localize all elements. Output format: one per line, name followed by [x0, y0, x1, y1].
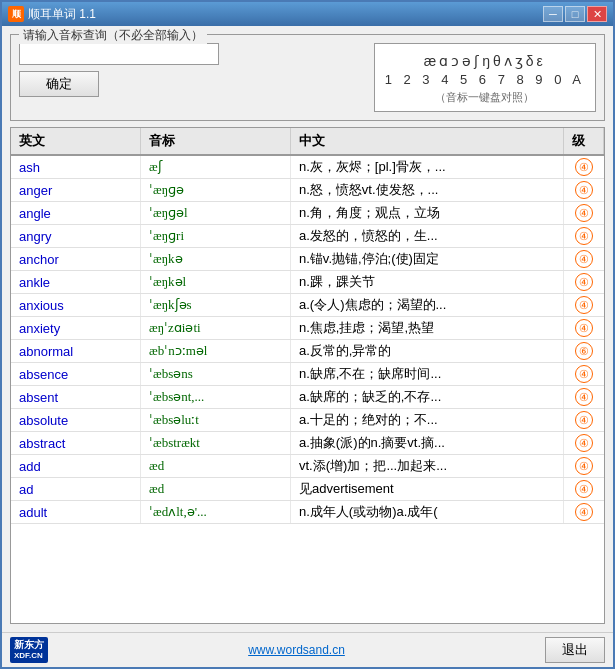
maximize-button[interactable]: □	[565, 6, 585, 22]
word-table: 英文 音标 中文 级 ashæʃn.灰，灰烬；[pl.]骨灰，...④anger…	[10, 127, 605, 624]
table-row[interactable]: abnormalæbˈnɔːməla.反常的,异常的⑥	[11, 340, 604, 363]
table-row[interactable]: angerˈæŋɡən.怒，愤怒vt.使发怒，...④	[11, 179, 604, 202]
header-level: 级	[564, 128, 604, 154]
table-row[interactable]: anchorˈæŋkən.锚v.抛锚,停泊;(使)固定④	[11, 248, 604, 271]
phonetic-row1: æɑɔəʃŋθʌʒδε	[385, 50, 585, 72]
cell-english: anchor	[11, 248, 141, 270]
cell-english: add	[11, 455, 141, 477]
table-row[interactable]: adæd见advertisement④	[11, 478, 604, 501]
cell-phonetic: ˈæŋɡri	[141, 225, 291, 247]
header-phonetic: 音标	[141, 128, 291, 154]
cell-english: anger	[11, 179, 141, 201]
cell-level: ④	[564, 179, 604, 201]
cell-level: ④	[564, 386, 604, 408]
cell-phonetic: æd	[141, 455, 291, 477]
cell-english: ash	[11, 156, 141, 178]
website-link[interactable]: www.wordsand.cn	[48, 643, 545, 657]
cell-level: ④	[564, 317, 604, 339]
table-row[interactable]: angleˈæŋɡəln.角，角度；观点，立场④	[11, 202, 604, 225]
table-row[interactable]: absentˈæbsənt,...a.缺席的；缺乏的,不存...④	[11, 386, 604, 409]
cell-english: absence	[11, 363, 141, 385]
cell-phonetic: ˈæbsəns	[141, 363, 291, 385]
table-row[interactable]: ashæʃn.灰，灰烬；[pl.]骨灰，...④	[11, 156, 604, 179]
exit-button[interactable]: 退出	[545, 637, 605, 663]
table-row[interactable]: ankleˈæŋkəln.踝，踝关节④	[11, 271, 604, 294]
cell-english: absent	[11, 386, 141, 408]
app-icon: 顺	[8, 6, 24, 22]
cell-chinese: n.锚v.抛锚,停泊;(使)固定	[291, 248, 564, 270]
cell-phonetic: ˈæbsənt,...	[141, 386, 291, 408]
table-row[interactable]: absoluteˈæbsəluːta.十足的；绝对的；不...④	[11, 409, 604, 432]
cell-english: adult	[11, 501, 141, 523]
cell-chinese: a.抽象(派)的n.摘要vt.摘...	[291, 432, 564, 454]
cell-chinese: n.灰，灰烬；[pl.]骨灰，...	[291, 156, 564, 178]
cell-chinese: n.踝，踝关节	[291, 271, 564, 293]
cell-phonetic: ˈæŋɡə	[141, 179, 291, 201]
cell-chinese: 见advertisement	[291, 478, 564, 500]
phonetic-row2: 1 2 3 4 5 6 7 8 9 0 A	[385, 72, 585, 87]
cell-chinese: n.焦虑,挂虑；渴望,热望	[291, 317, 564, 339]
cell-phonetic: æʃ	[141, 156, 291, 178]
cell-phonetic: æd	[141, 478, 291, 500]
cell-phonetic: ˈæbstrækt	[141, 432, 291, 454]
header-chinese: 中文	[291, 128, 564, 154]
search-group: 请输入音标查询（不必全部输入） 确定 æɑɔəʃŋθʌʒδε 1 2 3 4 5…	[10, 34, 605, 121]
cell-chinese: a.十足的；绝对的；不...	[291, 409, 564, 431]
table-row[interactable]: addædvt.添(增)加；把...加起来...④	[11, 455, 604, 478]
window-controls: ─ □ ✕	[543, 6, 607, 22]
confirm-button[interactable]: 确定	[19, 71, 99, 97]
table-body[interactable]: ashæʃn.灰，灰烬；[pl.]骨灰，...④angerˈæŋɡən.怒，愤怒…	[11, 156, 604, 623]
cell-chinese: n.成年人(或动物)a.成年(	[291, 501, 564, 523]
search-left: 确定	[19, 43, 366, 97]
table-row[interactable]: adultˈædʌlt,ə'...n.成年人(或动物)a.成年(④	[11, 501, 604, 524]
cell-english: ad	[11, 478, 141, 500]
cell-level: ④	[564, 271, 604, 293]
close-button[interactable]: ✕	[587, 6, 607, 22]
table-header: 英文 音标 中文 级	[11, 128, 604, 156]
cell-level: ④	[564, 455, 604, 477]
search-input[interactable]	[19, 43, 219, 65]
cell-english: abstract	[11, 432, 141, 454]
title-bar: 顺 顺耳单词 1.1 ─ □ ✕	[2, 2, 613, 26]
cell-level: ④	[564, 248, 604, 270]
table-row[interactable]: anxietyæŋˈzɑiətin.焦虑,挂虑；渴望,热望④	[11, 317, 604, 340]
cell-phonetic: ˈæbsəluːt	[141, 409, 291, 431]
cell-english: anxiety	[11, 317, 141, 339]
logo-box: 新东方 XDF.CN	[10, 637, 48, 663]
logo-line1: 新东方	[14, 639, 44, 651]
table-row[interactable]: angryˈæŋɡria.发怒的，愤怒的，生...④	[11, 225, 604, 248]
search-row: 确定 æɑɔəʃŋθʌʒδε 1 2 3 4 5 6 7 8 9 0 A （音标…	[19, 43, 596, 112]
cell-phonetic: ˈæŋkəl	[141, 271, 291, 293]
cell-chinese: a.(令人)焦虑的；渴望的...	[291, 294, 564, 316]
table-row[interactable]: abstractˈæbstrækta.抽象(派)的n.摘要vt.摘...④	[11, 432, 604, 455]
cell-phonetic: ˈæŋkʃəs	[141, 294, 291, 316]
search-group-label: 请输入音标查询（不必全部输入）	[19, 27, 207, 44]
cell-phonetic: æŋˈzɑiəti	[141, 317, 291, 339]
cell-level: ④	[564, 156, 604, 178]
cell-level: ④	[564, 478, 604, 500]
phonetic-panel: æɑɔəʃŋθʌʒδε 1 2 3 4 5 6 7 8 9 0 A （音标一键盘…	[374, 43, 596, 112]
cell-phonetic: ˈædʌlt,ə'...	[141, 501, 291, 523]
cell-phonetic: æbˈnɔːməl	[141, 340, 291, 362]
cell-english: angry	[11, 225, 141, 247]
minimize-button[interactable]: ─	[543, 6, 563, 22]
table-row[interactable]: absenceˈæbsənsn.缺席,不在；缺席时间...④	[11, 363, 604, 386]
cell-phonetic: ˈæŋɡəl	[141, 202, 291, 224]
cell-level: ⑥	[564, 340, 604, 362]
cell-chinese: a.发怒的，愤怒的，生...	[291, 225, 564, 247]
logo-line2: XDF.CN	[14, 651, 44, 661]
cell-level: ④	[564, 363, 604, 385]
app-window: 顺 顺耳单词 1.1 ─ □ ✕ 请输入音标查询（不必全部输入） 确定 æɑɔə…	[0, 0, 615, 669]
cell-level: ④	[564, 432, 604, 454]
phonetic-hint: （音标一键盘对照）	[385, 90, 585, 105]
logo-area: 新东方 XDF.CN	[10, 637, 48, 663]
cell-chinese: vt.添(增)加；把...加起来...	[291, 455, 564, 477]
cell-english: angle	[11, 202, 141, 224]
cell-phonetic: ˈæŋkə	[141, 248, 291, 270]
table-row[interactable]: anxiousˈæŋkʃəsa.(令人)焦虑的；渴望的...④	[11, 294, 604, 317]
cell-english: anxious	[11, 294, 141, 316]
header-english: 英文	[11, 128, 141, 154]
window-title: 顺耳单词 1.1	[28, 6, 543, 23]
cell-level: ④	[564, 501, 604, 523]
cell-english: abnormal	[11, 340, 141, 362]
